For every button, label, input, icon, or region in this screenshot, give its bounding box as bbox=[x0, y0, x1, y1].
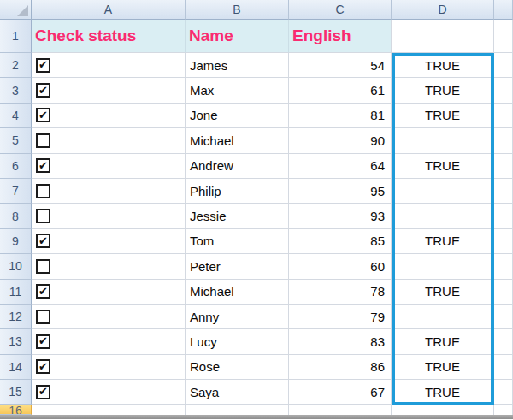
name-cell[interactable]: Anny bbox=[186, 305, 289, 329]
english-score-cell[interactable]: 83 bbox=[289, 329, 392, 354]
status-cell[interactable] bbox=[392, 305, 494, 329]
checkbox-checked[interactable]: ✔ bbox=[36, 58, 50, 73]
name-cell[interactable]: Jone bbox=[186, 104, 289, 128]
status-cell[interactable]: TRUE bbox=[392, 280, 494, 305]
column-header-a[interactable]: A bbox=[32, 0, 186, 20]
checkbox-unchecked[interactable] bbox=[36, 259, 50, 274]
check-status-cell[interactable]: ✔ bbox=[32, 355, 186, 380]
row-header[interactable]: 11 bbox=[0, 280, 32, 305]
row-header[interactable]: 2 bbox=[0, 53, 32, 78]
status-cell[interactable] bbox=[392, 128, 494, 153]
status-cell[interactable]: TRUE bbox=[392, 104, 494, 128]
column-header-d[interactable]: D bbox=[392, 0, 494, 20]
name-cell[interactable]: Tom bbox=[186, 229, 289, 254]
column-header-c[interactable]: C bbox=[289, 0, 392, 20]
name-cell[interactable]: Michael bbox=[186, 128, 289, 153]
english-score-cell[interactable]: 90 bbox=[289, 128, 392, 153]
row-header[interactable]: 12 bbox=[0, 305, 32, 329]
check-status-cell[interactable]: ✔ bbox=[32, 280, 186, 305]
row-header-1[interactable]: 1 bbox=[0, 20, 32, 53]
check-status-cell[interactable] bbox=[32, 179, 186, 204]
check-status-cell[interactable]: ✔ bbox=[32, 104, 186, 128]
empty-cell[interactable] bbox=[494, 128, 513, 153]
cell-c16[interactable] bbox=[289, 405, 392, 415]
empty-cell[interactable] bbox=[494, 154, 513, 179]
empty-cell[interactable] bbox=[494, 104, 513, 128]
name-cell[interactable]: Michael bbox=[186, 280, 289, 305]
checkbox-checked[interactable]: ✔ bbox=[36, 234, 50, 248]
checkbox-unchecked[interactable] bbox=[36, 184, 50, 198]
status-cell[interactable] bbox=[392, 254, 494, 279]
cell-a16[interactable] bbox=[32, 405, 186, 415]
name-cell[interactable]: Rose bbox=[186, 355, 289, 380]
check-status-cell[interactable]: ✔ bbox=[32, 154, 186, 179]
row-header[interactable]: 10 bbox=[0, 254, 32, 279]
english-score-cell[interactable]: 86 bbox=[289, 355, 392, 380]
row-header[interactable]: 4 bbox=[0, 104, 32, 128]
status-cell[interactable]: TRUE bbox=[392, 154, 494, 179]
cell-b1-name-title[interactable]: Name bbox=[186, 20, 289, 53]
name-cell[interactable]: Saya bbox=[186, 380, 289, 405]
empty-cell[interactable] bbox=[494, 329, 513, 354]
english-score-cell[interactable]: 78 bbox=[289, 280, 392, 305]
checkbox-unchecked[interactable] bbox=[36, 310, 50, 324]
cell-e1[interactable] bbox=[494, 20, 513, 53]
row-header[interactable]: 7 bbox=[0, 179, 32, 204]
checkbox-checked[interactable]: ✔ bbox=[36, 359, 50, 374]
checkbox-checked[interactable]: ✔ bbox=[36, 284, 50, 299]
column-header-e-partial[interactable] bbox=[494, 0, 513, 20]
check-status-cell[interactable] bbox=[32, 128, 186, 153]
row-header[interactable]: 13 bbox=[0, 329, 32, 354]
cell-e16[interactable] bbox=[494, 405, 513, 415]
cell-d16[interactable] bbox=[392, 405, 494, 415]
row-header[interactable]: 6 bbox=[0, 154, 32, 179]
status-cell[interactable] bbox=[392, 179, 494, 204]
cell-d1[interactable] bbox=[392, 20, 494, 53]
row-header[interactable]: 9 bbox=[0, 229, 32, 254]
check-status-cell[interactable] bbox=[32, 254, 186, 279]
empty-cell[interactable] bbox=[494, 355, 513, 380]
status-cell[interactable]: TRUE bbox=[392, 78, 494, 103]
empty-cell[interactable] bbox=[494, 78, 513, 103]
english-score-cell[interactable]: 64 bbox=[289, 154, 392, 179]
name-cell[interactable]: Philip bbox=[186, 179, 289, 204]
english-score-cell[interactable]: 81 bbox=[289, 104, 392, 128]
status-cell[interactable]: TRUE bbox=[392, 355, 494, 380]
empty-cell[interactable] bbox=[494, 380, 513, 405]
name-cell[interactable]: Peter bbox=[186, 254, 289, 279]
checkbox-unchecked[interactable] bbox=[36, 133, 50, 148]
name-cell[interactable]: James bbox=[186, 53, 289, 78]
check-status-cell[interactable]: ✔ bbox=[32, 229, 186, 254]
check-status-cell[interactable]: ✔ bbox=[32, 53, 186, 78]
column-header-b[interactable]: B bbox=[186, 0, 289, 20]
english-score-cell[interactable]: 61 bbox=[289, 78, 392, 103]
checkbox-checked[interactable]: ✔ bbox=[36, 108, 50, 122]
status-cell[interactable]: TRUE bbox=[392, 229, 494, 254]
empty-cell[interactable] bbox=[494, 280, 513, 305]
cell-c1-english-title[interactable]: English bbox=[289, 20, 392, 53]
row-header-16-active[interactable]: 16 bbox=[0, 405, 32, 415]
name-cell[interactable]: Lucy bbox=[186, 329, 289, 354]
empty-cell[interactable] bbox=[494, 254, 513, 279]
row-header[interactable]: 15 bbox=[0, 380, 32, 405]
empty-cell[interactable] bbox=[494, 229, 513, 254]
status-cell[interactable]: TRUE bbox=[392, 53, 494, 78]
cell-b16[interactable] bbox=[186, 405, 289, 415]
check-status-cell[interactable]: ✔ bbox=[32, 380, 186, 405]
row-header[interactable]: 3 bbox=[0, 78, 32, 103]
check-status-cell[interactable]: ✔ bbox=[32, 329, 186, 354]
checkbox-unchecked[interactable] bbox=[36, 209, 50, 223]
check-status-cell[interactable] bbox=[32, 305, 186, 329]
checkbox-checked[interactable]: ✔ bbox=[36, 385, 50, 399]
english-score-cell[interactable]: 95 bbox=[289, 179, 392, 204]
status-cell[interactable]: TRUE bbox=[392, 380, 494, 405]
row-header[interactable]: 8 bbox=[0, 204, 32, 228]
english-score-cell[interactable]: 85 bbox=[289, 229, 392, 254]
checkbox-checked[interactable]: ✔ bbox=[36, 158, 50, 173]
row-header[interactable]: 5 bbox=[0, 128, 32, 153]
name-cell[interactable]: Jessie bbox=[186, 204, 289, 228]
checkbox-checked[interactable]: ✔ bbox=[36, 334, 50, 349]
english-score-cell[interactable]: 60 bbox=[289, 254, 392, 279]
empty-cell[interactable] bbox=[494, 179, 513, 204]
checkbox-checked[interactable]: ✔ bbox=[36, 83, 50, 98]
